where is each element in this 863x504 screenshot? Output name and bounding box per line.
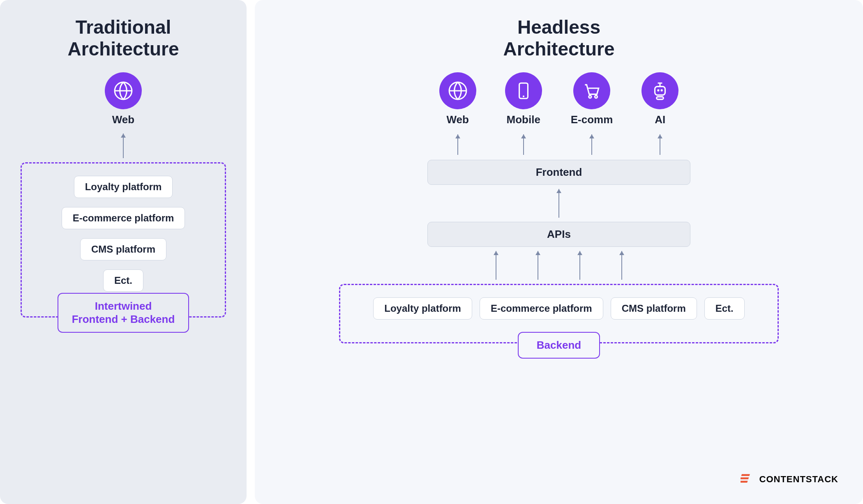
cart-icon <box>573 72 610 109</box>
svg-point-3 <box>523 95 524 97</box>
arrow-up-icon <box>591 134 592 155</box>
traditional-backend-box: Loyalty platform E-commerce platform CMS… <box>21 162 226 318</box>
arrow-up-icon <box>538 251 538 280</box>
mobile-icon <box>505 72 542 109</box>
arrow-up-icon <box>457 134 458 155</box>
arrow-up-icon <box>523 134 524 155</box>
arrow-up-icon <box>621 251 622 280</box>
apis-bar: APIs <box>427 222 690 247</box>
platform-pill: CMS platform <box>80 238 166 260</box>
channel-label: AI <box>655 113 665 126</box>
headless-panel: Headless Architecture Web Mobile E-comm <box>255 0 863 504</box>
arrow-up-icon <box>558 189 559 218</box>
arrow-up-icon <box>496 251 496 280</box>
svg-point-7 <box>658 89 660 91</box>
channel-web: Web <box>439 72 476 160</box>
arrow-up-icon <box>660 134 660 155</box>
arrow-up-icon <box>123 133 124 158</box>
globe-icon <box>439 72 476 109</box>
headless-title: Headless Architecture <box>503 16 615 60</box>
svg-point-5 <box>595 95 597 98</box>
traditional-panel: Traditional Architecture Web Loyalty pla… <box>0 0 247 504</box>
intertwined-label: Intertwined Frontend + Backend <box>58 293 189 333</box>
traditional-title: Traditional Architecture <box>68 16 179 60</box>
brand-name: CONTENTSTACK <box>759 474 838 485</box>
backend-label: Backend <box>518 332 600 359</box>
globe-icon <box>105 72 142 109</box>
svg-rect-12 <box>741 481 748 483</box>
svg-rect-11 <box>741 477 749 479</box>
svg-rect-10 <box>741 474 750 476</box>
label-line: Frontend + Backend <box>72 313 175 325</box>
arrow-up-icon <box>579 251 580 280</box>
channel-mobile: Mobile <box>505 72 542 160</box>
label-line: Intertwined <box>95 300 152 312</box>
svg-rect-9 <box>657 97 664 99</box>
channels-row: Web Mobile E-comm AI <box>439 72 679 160</box>
svg-rect-6 <box>655 86 665 95</box>
channel-label: Mobile <box>507 113 540 126</box>
svg-point-4 <box>589 95 591 98</box>
title-line: Architecture <box>503 38 615 60</box>
platform-pill: E-commerce platform <box>480 297 603 320</box>
channel-label: E-comm <box>571 113 613 126</box>
robot-icon <box>641 72 678 109</box>
platform-pill: Loyalty platform <box>74 176 173 198</box>
brand-logo: CONTENTSTACK <box>741 471 838 488</box>
platform-pill: Ect. <box>103 269 143 292</box>
channel-label: Web <box>446 113 468 126</box>
platform-pill: Ect. <box>704 297 745 320</box>
platform-pill: E-commerce platform <box>62 207 185 229</box>
multi-arrows <box>496 247 622 284</box>
platform-pill: Loyalty platform <box>373 297 472 320</box>
headless-backend-box: Loyalty platform E-commerce platform CMS… <box>339 284 779 343</box>
channel-ecomm: E-comm <box>571 72 613 160</box>
frontend-bar: Frontend <box>427 160 690 185</box>
title-line: Headless <box>517 16 600 38</box>
platform-pill: CMS platform <box>611 297 697 320</box>
channel-label: Web <box>112 113 134 126</box>
channel-ai: AI <box>641 72 678 160</box>
title-line: Traditional <box>76 16 171 38</box>
svg-point-8 <box>661 89 663 91</box>
title-line: Architecture <box>68 38 179 60</box>
contentstack-icon <box>741 471 755 488</box>
